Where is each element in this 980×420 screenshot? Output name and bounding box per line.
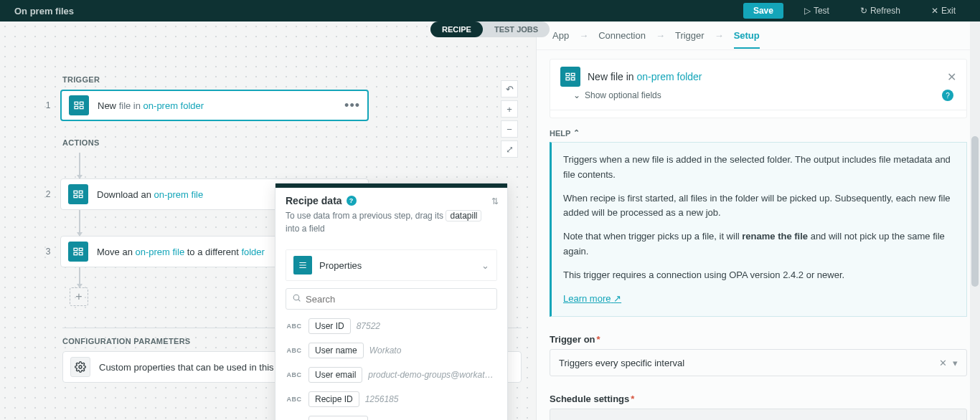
save-button[interactable]: Save: [743, 3, 783, 19]
svg-rect-3: [80, 106, 83, 108]
file-icon: [68, 242, 88, 262]
svg-rect-18: [566, 73, 570, 75]
svg-point-12: [79, 366, 82, 368]
step-number: 2: [43, 189, 53, 199]
zoom-out-icon[interactable]: −: [501, 120, 518, 138]
datapill-row[interactable]: ABCRecipe ID1256185: [286, 387, 497, 411]
datapill-row[interactable]: ABCUser ID87522: [286, 314, 497, 338]
fit-icon[interactable]: ⤢: [501, 140, 518, 158]
chevron-down-icon: ⌄: [573, 90, 580, 100]
play-icon: ▷: [804, 6, 811, 16]
clear-icon[interactable]: ✕: [939, 358, 947, 368]
schedule-settings-field[interactable]: [550, 409, 967, 420]
schedule-label: Schedule settings: [550, 393, 629, 404]
sort-icon[interactable]: ⇅: [491, 196, 499, 206]
test-button[interactable]: ▷Test: [794, 3, 839, 19]
help-toggle[interactable]: HELP ⌃: [550, 128, 967, 138]
crumb-app[interactable]: App: [552, 30, 569, 41]
external-link-icon: ↗: [613, 293, 621, 304]
svg-line-17: [298, 300, 300, 301]
breadcrumb: App → Connection → Trigger → Setup: [537, 22, 980, 50]
trigger-section-label: TRIGGER: [62, 75, 536, 84]
arrow-icon: →: [656, 30, 665, 41]
step-menu-icon[interactable]: •••: [344, 98, 360, 113]
config-panel: App → Connection → Trigger → Setup New f…: [536, 22, 980, 420]
svg-rect-20: [571, 73, 575, 75]
connector: [79, 210, 80, 236]
close-icon[interactable]: ✕: [947, 70, 956, 84]
type-badge: ABC: [286, 323, 303, 330]
help-icon[interactable]: ?: [942, 90, 953, 101]
svg-rect-8: [74, 248, 77, 250]
learn-more-link[interactable]: Learn more ↗: [563, 293, 621, 304]
scrollbar-thumb[interactable]: [971, 136, 979, 287]
connector: [79, 153, 80, 178]
recipe-title: On prem files: [14, 6, 74, 16]
datapill[interactable]: User email: [308, 367, 362, 383]
datapill-row[interactable]: ABCUser nameWorkato: [286, 338, 497, 363]
tab-test-jobs[interactable]: TEST JOBS: [483, 22, 550, 37]
file-icon: [69, 95, 89, 115]
undo-icon[interactable]: ↶: [501, 80, 518, 97]
trigger-on-select[interactable]: Triggers every specific interval ✕ ▾: [550, 349, 967, 376]
crumb-setup[interactable]: Setup: [734, 30, 760, 49]
connector: [79, 267, 80, 287]
search-input[interactable]: [306, 294, 491, 305]
step-number: 3: [43, 247, 53, 257]
svg-rect-5: [74, 195, 77, 197]
zoom-in-icon[interactable]: +: [501, 100, 518, 118]
datapill-search[interactable]: [286, 288, 497, 310]
tab-recipe[interactable]: RECIPE: [430, 22, 483, 37]
svg-rect-11: [79, 252, 83, 254]
add-step-button[interactable]: +: [70, 287, 88, 306]
svg-rect-0: [75, 102, 78, 104]
properties-icon: [293, 256, 312, 275]
crumb-trigger[interactable]: Trigger: [675, 30, 705, 41]
datapill-value: 1256185: [365, 394, 497, 404]
actions-section-label: ACTIONS: [62, 138, 536, 147]
arrow-icon: →: [715, 30, 724, 41]
svg-point-16: [293, 295, 299, 300]
trigger-on-label: Trigger on: [550, 334, 595, 345]
show-optional-fields[interactable]: Show optional fields: [585, 90, 661, 100]
exit-button[interactable]: ✕Exit: [921, 3, 966, 19]
gear-icon: [70, 357, 90, 377]
trigger-step[interactable]: New file in on-prem folder •••: [60, 90, 369, 121]
search-icon: [292, 293, 301, 305]
datapill[interactable]: Recipe ID: [308, 391, 359, 407]
config-text: Custom properties that can be used in th…: [99, 362, 296, 373]
datapill-value: Workato: [369, 345, 497, 355]
svg-rect-4: [74, 191, 77, 193]
mode-switcher: RECIPE TEST JOBS: [430, 22, 550, 37]
file-icon: [68, 184, 88, 204]
svg-rect-9: [74, 252, 77, 254]
svg-rect-21: [571, 77, 575, 80]
type-badge: ABC: [286, 371, 303, 378]
recipe-data-popover: Recipe data ? To use data from a previou…: [275, 183, 508, 420]
close-icon: ✕: [931, 6, 938, 16]
chevron-up-icon: ⌃: [573, 128, 580, 138]
crumb-connection[interactable]: Connection: [598, 30, 646, 41]
help-box: Triggers when a new file is added in the…: [550, 142, 967, 317]
chevron-down-icon[interactable]: ▾: [953, 358, 958, 368]
refresh-icon: ↻: [860, 6, 867, 16]
chevron-down-icon: ⌄: [481, 260, 489, 271]
arrow-icon: →: [579, 30, 588, 41]
popover-subtitle: To use data from a previous step, drag i…: [286, 209, 497, 235]
svg-rect-10: [79, 248, 83, 250]
svg-rect-7: [79, 195, 83, 197]
help-icon[interactable]: ?: [347, 196, 357, 206]
properties-section[interactable]: Properties ⌄: [286, 250, 496, 280]
datapill[interactable]: Recipe URL: [308, 416, 368, 420]
datapill-row[interactable]: ABCRecipe URLhttps://www.workato.com/rec…: [286, 411, 497, 420]
datapill-value: product-demo-groups@workato.com: [368, 370, 497, 380]
datapill[interactable]: User name: [308, 343, 364, 358]
datapill[interactable]: User ID: [308, 318, 351, 334]
svg-rect-6: [79, 191, 83, 193]
refresh-button[interactable]: ↻Refresh: [850, 3, 910, 19]
step-number: 1: [43, 100, 53, 110]
svg-rect-2: [80, 102, 83, 104]
svg-rect-19: [566, 77, 570, 80]
datapill-row[interactable]: ABCUser emailproduct-demo-groups@workato…: [286, 363, 497, 387]
file-icon: [560, 67, 580, 87]
